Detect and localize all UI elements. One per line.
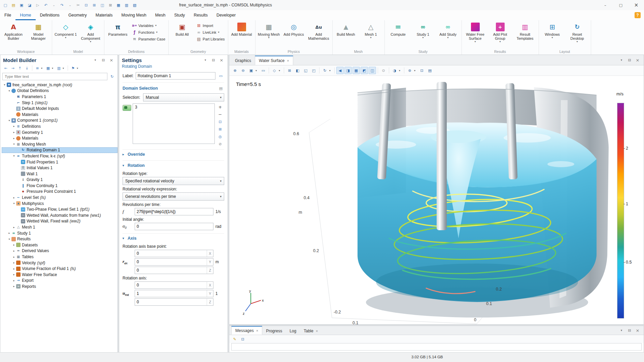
paste-icon[interactable]: ⊞ xyxy=(90,1,98,9)
ribbon-moving-mesh-button[interactable]: ▦Moving Mesh▾ xyxy=(257,21,281,40)
rotation-axis-y-input[interactable] xyxy=(135,290,207,297)
menu-moving-mesh[interactable]: Moving Mesh xyxy=(117,10,150,20)
redo-icon[interactable]: ↷ xyxy=(58,1,66,9)
menu-geometry[interactable]: Geometry xyxy=(64,10,91,20)
tree-expander-icon[interactable]: ▸ xyxy=(12,243,16,246)
paste-selection-icon[interactable]: ⊞ xyxy=(217,126,224,132)
tab-close-icon[interactable]: × xyxy=(256,329,258,333)
tree-node-multiphysics[interactable]: ▾▲Multiphysics xyxy=(2,201,117,207)
tree-node-initial-values-1[interactable]: 0Initial Values 1 xyxy=(2,165,117,171)
print-icon[interactable]: ▤ xyxy=(426,67,434,74)
tree-expander-icon[interactable]: ▸ xyxy=(12,273,16,276)
update-plot-icon[interactable]: ↻ xyxy=(321,67,329,74)
messages-tab-log[interactable]: Log xyxy=(286,327,300,335)
ribbon-build-mesh-button[interactable]: ▲Build Mesh xyxy=(334,21,359,37)
collapsed-chevron-icon[interactable]: ▸ xyxy=(123,153,126,156)
tree-node-results[interactable]: ▾Results xyxy=(2,236,117,242)
tree-expander-icon[interactable]: ▾ xyxy=(7,238,11,241)
maximize-icon[interactable]: ▢ xyxy=(613,0,629,10)
tree-node-two-phase-flow-level-set-1[interactable]: ∼Two-Phase Flow, Level Set 1(tpf1) xyxy=(2,206,117,212)
save-icon[interactable]: ▣ xyxy=(18,1,26,9)
tree-expander-icon[interactable]: ▾ xyxy=(12,202,16,205)
ribbon-application-builder-button[interactable]: AApplication Builder xyxy=(1,21,26,41)
tree-expander-icon[interactable]: ▾ xyxy=(7,119,11,122)
tree-node-rotating-domain-1[interactable]: ↻Rotating Domain 1 xyxy=(2,147,117,153)
messages-tab-table[interactable]: Table× xyxy=(300,327,321,335)
menu-file[interactable]: File xyxy=(0,10,15,20)
float-panel-icon[interactable]: ⊟ xyxy=(626,57,633,63)
tree-node-reports[interactable]: ▸≡Reports xyxy=(2,283,117,290)
columns-view-icon[interactable]: ▥ xyxy=(56,65,62,71)
graphics-tab-water-surface[interactable]: Water Surface× xyxy=(255,56,293,65)
ribbon-part-libraries-button[interactable]: ▤Part Libraries xyxy=(195,36,227,42)
messages-tab-messages[interactable]: Messages× xyxy=(231,326,262,335)
tree-node-datasets[interactable]: ▸Datasets xyxy=(2,242,117,248)
menu-study[interactable]: Study xyxy=(170,10,189,20)
tree-node-step-1[interactable]: ⌐Step 1(step1) xyxy=(2,100,117,106)
menu-mesh[interactable]: Mesh xyxy=(151,10,170,20)
tree-expander-icon[interactable]: ▸ xyxy=(12,125,16,128)
ribbon-add-mathematics-button[interactable]: ΔuAdd Mathematics xyxy=(306,21,331,41)
settings-icon[interactable]: ⊛ xyxy=(406,67,413,74)
ribbon-study-1-button[interactable]: ∞Study 1▾ xyxy=(411,21,436,40)
tree-expander-icon[interactable]: ▸ xyxy=(12,196,16,199)
scene-color-icon[interactable]: ◩ xyxy=(361,67,368,74)
appearance-icon[interactable]: ◑ xyxy=(391,67,398,74)
selection-item[interactable]: 3 xyxy=(135,105,212,110)
new-file-icon[interactable]: ▢ xyxy=(1,1,9,9)
forward-icon[interactable]: → xyxy=(9,65,16,71)
monitor-icon[interactable]: ⊡ xyxy=(239,336,246,342)
grid-view-icon[interactable]: ⊞ xyxy=(286,67,293,74)
ribbon-water-free-surface-button[interactable]: Water Free Surface▾ xyxy=(463,21,488,44)
menu-definitions[interactable]: Definitions xyxy=(36,10,64,20)
move-up-icon[interactable]: ↑ xyxy=(16,65,23,71)
close-panel-icon[interactable]: × xyxy=(634,57,641,63)
zoom-out-icon[interactable]: ⊖ xyxy=(239,67,247,74)
duplicate-icon[interactable]: ◫ xyxy=(98,1,106,9)
ribbon-windows-button[interactable]: ⊞Windows▾ xyxy=(540,21,565,40)
tree-expander-icon[interactable]: ▾ xyxy=(2,83,7,86)
zoom-extents-icon[interactable]: ▣ xyxy=(247,67,255,74)
base-point-x-input[interactable] xyxy=(135,250,207,257)
ribbon-variables-button[interactable]: a=Variables▾ xyxy=(130,22,167,29)
ribbon-result-templates-button[interactable]: ▥Result Templates xyxy=(513,21,538,41)
tree-node-materials[interactable]: Materials xyxy=(2,112,117,118)
tag-icon[interactable]: ⚑ xyxy=(70,65,76,71)
mesh-render-icon[interactable]: ▦ xyxy=(352,67,360,74)
ribbon-livelink-button[interactable]: ∞LiveLink▾ xyxy=(195,29,227,35)
tree-node-mesh-1[interactable]: ▸△Mesh 1 xyxy=(2,224,117,230)
group-view-icon[interactable]: ▦ xyxy=(45,65,52,71)
tree-node-volume-fraction-of-fluid-1[interactable]: ▸Volume Fraction of Fluid 1(ls) xyxy=(2,266,117,272)
clear-selection-icon[interactable]: ⊘ xyxy=(217,141,224,147)
expanded-chevron-icon[interactable]: ▾ xyxy=(123,237,126,240)
close-icon[interactable]: × xyxy=(629,0,644,10)
ribbon-parameters-button[interactable]: πParameters xyxy=(105,21,130,37)
ribbon-add-plot-group-button[interactable]: +Add Plot Group▾ xyxy=(488,21,513,44)
pencil-icon[interactable]: ✎ xyxy=(231,336,238,342)
sound-icon[interactable]: ◀ xyxy=(336,67,344,74)
tree-node-level-set[interactable]: ▸∼Level Set(ls) xyxy=(2,194,117,201)
tab-close-icon[interactable]: × xyxy=(316,329,318,333)
transparency-icon[interactable]: ◨ xyxy=(344,67,352,74)
close-panel-icon[interactable]: × xyxy=(108,57,115,63)
cut-icon[interactable]: ✂ xyxy=(74,1,82,9)
menu-results[interactable]: Results xyxy=(189,10,212,20)
tree-node-pressure-point-constraint-1[interactable]: ●Pressure Point Constraint 1 xyxy=(2,189,117,195)
view-xy-icon[interactable]: ◱ xyxy=(302,67,309,74)
revolutions-per-time-input[interactable] xyxy=(135,208,213,215)
tree-node-derived-values[interactable]: ▸=Derived Values xyxy=(2,248,117,254)
insert-row-icon[interactable]: ▦ xyxy=(114,1,123,9)
ribbon-add-physics-button[interactable]: ◎Add Physics xyxy=(281,21,306,37)
panel-menu-icon[interactable]: ▾ xyxy=(618,57,625,63)
environment-icon[interactable]: ◫ xyxy=(369,67,376,74)
ribbon-build-all-button[interactable]: ▣Build All xyxy=(170,21,195,37)
ribbon-functions-button[interactable]: ƒFunctions▾ xyxy=(130,29,167,35)
tree-expander-icon[interactable]: ▸ xyxy=(12,137,16,140)
move-down-icon[interactable]: ↓ xyxy=(24,65,30,71)
menu-developer[interactable]: Developer xyxy=(212,10,240,20)
tree-node-definitions[interactable]: ▸≡Definitions xyxy=(2,123,117,129)
zoom-selection-icon[interactable]: ◎ xyxy=(217,133,224,140)
initial-angle-input[interactable] xyxy=(135,223,213,230)
ribbon-import-button[interactable]: ⊞Import xyxy=(195,22,227,29)
tree-node-global-definitions[interactable]: ▾Global Definitions xyxy=(2,88,117,94)
